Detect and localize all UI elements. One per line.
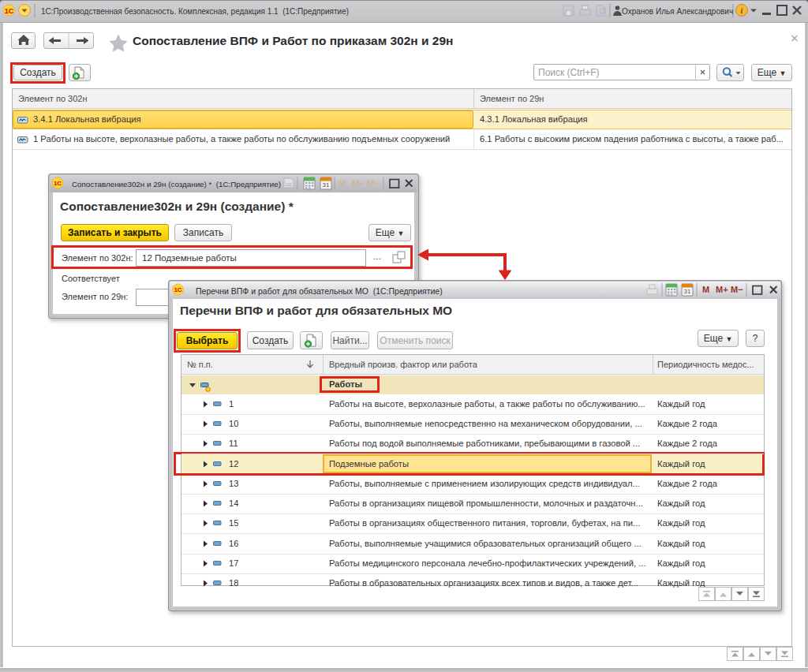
svg-text:M+: M+ bbox=[716, 285, 728, 294]
svg-text:1С: 1С bbox=[174, 286, 181, 293]
svg-text:M−: M− bbox=[367, 178, 380, 188]
svg-text:1С: 1С bbox=[54, 180, 62, 187]
svg-text:M+: M+ bbox=[352, 178, 365, 188]
svg-text:31: 31 bbox=[684, 288, 691, 295]
svg-text:M: M bbox=[702, 285, 709, 294]
svg-text:M: M bbox=[339, 178, 346, 188]
svg-text:31: 31 bbox=[323, 181, 330, 189]
svg-text:M−: M− bbox=[731, 285, 743, 294]
svg-text:i: i bbox=[741, 6, 743, 15]
svg-text:1С: 1С bbox=[5, 7, 14, 15]
